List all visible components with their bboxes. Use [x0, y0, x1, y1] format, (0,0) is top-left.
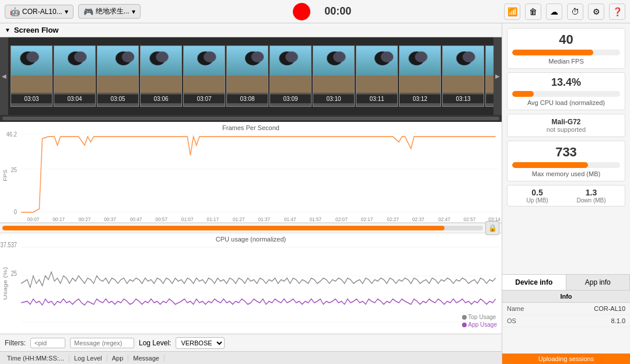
scroll-track[interactable] — [2, 117, 499, 120]
cpu-bar-fill — [512, 91, 534, 97]
thumbnail-time: 03:06 — [141, 94, 181, 103]
left-panel: ▼ Screen Flow ◀ 03:0303:0403:0503:0603:0… — [0, 23, 502, 364]
cpu-metric-block: 13.4% Avg CPU load (normalized) — [507, 72, 625, 110]
clock-button[interactable]: ⏱ — [567, 4, 583, 20]
svg-text:01:27: 01:27 — [233, 216, 245, 222]
device-info-table: Info NameCOR-AL10OS8.1.0 — [502, 290, 630, 354]
svg-text:01:47: 01:47 — [284, 216, 296, 222]
svg-text:02:27: 02:27 — [387, 216, 399, 222]
memory-bar-fill — [512, 162, 588, 168]
svg-text:01:17: 01:17 — [206, 216, 219, 222]
svg-text:46.2: 46.2 — [6, 131, 17, 138]
thumbnail-item[interactable]: 03:04 — [54, 46, 96, 107]
thumbnail-time: 03:07 — [184, 94, 225, 103]
svg-text:25: 25 — [11, 270, 17, 277]
thumbnail-time: 03:09 — [270, 94, 311, 103]
svg-text:00:17: 00:17 — [52, 216, 65, 222]
svg-text:25: 25 — [11, 167, 18, 174]
pid-filter-input[interactable] — [30, 338, 65, 348]
timer-display: 00:00 — [324, 5, 351, 18]
gpu-status: not supported — [512, 126, 620, 133]
progress-track[interactable] — [2, 226, 483, 230]
tab-device-info[interactable]: Device info — [502, 275, 566, 290]
logcat-col-level: Log Level — [69, 355, 107, 362]
wifi-icon: 📶 — [508, 7, 517, 16]
tabs-row: Device info App info — [502, 274, 630, 290]
record-button[interactable] — [293, 3, 310, 20]
thumbnail-time: 03:12 — [400, 94, 440, 103]
clock-icon: ⏱ — [571, 7, 579, 16]
thumbnail-item[interactable]: 03:06 — [140, 46, 182, 107]
message-filter-input[interactable] — [70, 338, 134, 348]
screen-flow-arrow: ▼ — [5, 27, 10, 33]
cpu-label: Avg CPU load (normalized) — [512, 99, 620, 106]
fps-value: 40 — [512, 32, 620, 47]
thumbnail-item[interactable]: 03:08 — [226, 46, 268, 107]
thumbnail-item[interactable]: 03:14 — [485, 46, 494, 107]
fps-label: Median FPS — [512, 58, 620, 65]
scroll-right-button[interactable]: ▶ — [494, 37, 502, 115]
thumbnail-item[interactable]: 03:10 — [313, 46, 355, 107]
svg-text:00:07: 00:07 — [27, 216, 40, 222]
log-level-select[interactable]: VERBOSE DEBUG INFO WARN ERROR — [176, 337, 225, 349]
thumbnail-item[interactable]: 03:03 — [10, 46, 52, 107]
fps-chart: 46.2 25 0 FPS 00:07 00:17 00:27 00:37 00… — [0, 122, 502, 222]
charts-area: Frames Per Second 46.2 25 0 FPS 00:07 00… — [0, 122, 502, 334]
scroll-left-button[interactable]: ◀ — [0, 37, 8, 115]
svg-text:00:47: 00:47 — [130, 216, 142, 222]
fps-chart-section: Frames Per Second 46.2 25 0 FPS 00:07 00… — [0, 122, 502, 223]
network-down: 1.3 Down (MB) — [577, 188, 606, 204]
tab-app-info[interactable]: App info — [566, 275, 631, 290]
wifi-button[interactable]: 📶 — [504, 4, 520, 20]
thumbnail-item[interactable]: 03:11 — [356, 46, 398, 107]
log-level-label: Log Level: — [139, 339, 171, 347]
thumbnail-item[interactable]: 03:07 — [183, 46, 225, 107]
thumbnail-time: 03:13 — [443, 94, 484, 103]
scrollbar-area — [0, 115, 502, 122]
settings-icon: ⚙ — [593, 7, 600, 16]
svg-text:02:17: 02:17 — [361, 216, 373, 222]
thumbnail-item[interactable]: 03:09 — [270, 46, 312, 107]
app-label: 绝地求生... — [96, 6, 130, 16]
help-button[interactable]: ❓ — [609, 4, 625, 20]
svg-text:01:37: 01:37 — [258, 216, 270, 222]
table-row: NameCOR-AL10 — [502, 303, 630, 315]
legend-app-usage: App Usage — [462, 321, 497, 328]
svg-text:02:07: 02:07 — [335, 216, 348, 222]
thumbnail-time: 03:05 — [97, 94, 138, 103]
row-name: OS — [502, 315, 552, 327]
svg-text:00:27: 00:27 — [79, 216, 91, 222]
upload-icon: ☁ — [550, 7, 558, 16]
device-table-header: Info — [502, 290, 630, 303]
app-selector[interactable]: 🎮 绝地求生... ▾ — [78, 4, 141, 19]
filters-bar: Filters: Log Level: VERBOSE DEBUG INFO W… — [0, 334, 502, 351]
fps-chart-title: Frames Per Second — [222, 124, 279, 131]
right-panel: 40 Median FPS 13.4% Avg CPU load (normal… — [502, 23, 630, 364]
thumbnails-row: 03:0303:0403:0503:0603:0703:0803:0903:10… — [8, 43, 494, 109]
gpu-name: Mali-G72 — [512, 118, 620, 126]
help-icon: ❓ — [612, 7, 622, 16]
top-usage-dot — [462, 315, 467, 320]
device-selector[interactable]: 🤖 COR-AL10... ▾ — [5, 5, 74, 19]
thumbnail-time: 03:14 — [486, 94, 494, 103]
screen-flow-title: Screen Flow — [14, 26, 59, 34]
app-chevron-icon: ▾ — [132, 8, 135, 16]
device-table: Info NameCOR-AL10OS8.1.0 — [502, 290, 630, 327]
settings-button[interactable]: ⚙ — [588, 4, 604, 20]
thumbnail-time: 03:08 — [227, 94, 268, 103]
app-usage-label: App Usage — [468, 321, 497, 328]
right-spacer — [502, 211, 630, 274]
progress-bar-container: 🔒 — [0, 223, 502, 233]
row-name: Name — [502, 303, 552, 315]
thumbnail-item[interactable]: 03:05 — [97, 46, 139, 107]
thumbnail-item[interactable]: 03:12 — [399, 46, 441, 107]
cpu-chart-title: CPU usage (normalized) — [216, 236, 286, 243]
chart-legend: Top Usage App Usage — [462, 314, 497, 329]
screen-flow-header[interactable]: ▼ Screen Flow — [0, 23, 502, 37]
thumbnail-item[interactable]: 03:13 — [442, 46, 484, 107]
upload-button[interactable]: ☁ — [546, 4, 562, 20]
cpu-chart-section: CPU usage (normalized) 37.537 25 Usage (… — [0, 233, 502, 334]
filters-label: Filters: — [5, 339, 26, 347]
network-up: 0.5 Up (MB) — [526, 188, 548, 204]
delete-button[interactable]: 🗑 — [525, 4, 541, 20]
